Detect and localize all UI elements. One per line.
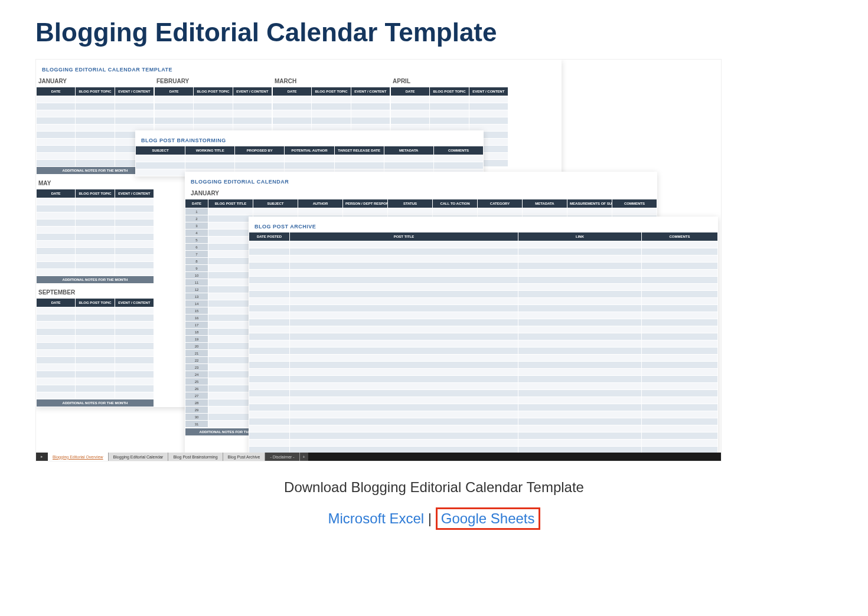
excel-link[interactable]: Microsoft Excel	[328, 510, 424, 526]
archive-sheet: BLOG POST ARCHIVE DATE POSTEDPOST TITLEL…	[249, 217, 718, 461]
overview-doc-title: BLOGGING EDITORIAL CALENDAR TEMPLATE	[42, 67, 172, 73]
page-title: Blogging Editorial Calendar Template	[35, 18, 833, 47]
tab-add-button[interactable]: +	[300, 453, 308, 461]
sheet-tab[interactable]: Blog Post Archive	[223, 453, 266, 461]
brainstorm-title: BLOG POST BRAINSTORMING	[141, 137, 226, 143]
download-caption: Download Blogging Editorial Calendar Tem…	[35, 479, 833, 496]
sheet-tab[interactable]: Blog Post Brainstorming	[168, 453, 223, 461]
sheet-tab-bar: ▸ Blogging Editorial OverviewBlogging Ed…	[36, 453, 721, 461]
archive-title: BLOG POST ARCHIVE	[254, 224, 316, 230]
sheets-link[interactable]: Google Sheets	[441, 510, 535, 526]
calendar-title: BLOGGING EDITORIAL CALENDAR	[191, 179, 289, 185]
template-screenshot: BLOGGING EDITORIAL CALENDAR TEMPLATE JAN…	[35, 59, 722, 461]
download-links: Microsoft Excel | Google Sheets	[35, 507, 833, 530]
brainstorm-sheet: BLOG POST BRAINSTORMING SUBJECTWORKING T…	[135, 130, 484, 176]
highlight-box: Google Sheets	[436, 507, 540, 530]
sheet-tab[interactable]: - Disclaimer -	[265, 453, 299, 461]
tab-nav-icon[interactable]: ▸	[36, 453, 48, 461]
sheet-tab[interactable]: Blogging Editorial Overview	[48, 453, 109, 461]
calendar-month-jan: JANUARY	[191, 190, 219, 196]
sheet-tab[interactable]: Blogging Editorial Calendar	[109, 453, 169, 461]
